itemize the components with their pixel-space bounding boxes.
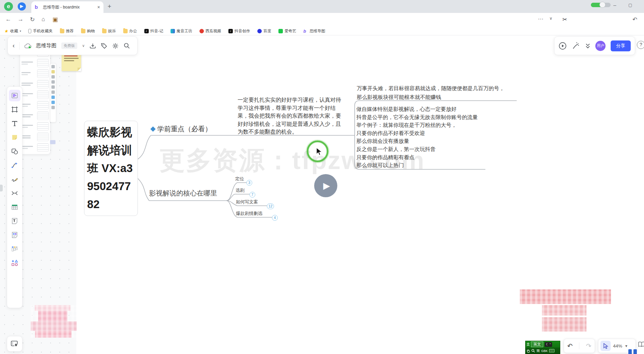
- pages-book-icon[interactable]: [638, 341, 644, 348]
- mindmap-right-top-node[interactable]: 万事开头难，若目标很容易就达成，随随便便都是几百万的号， 那么影视板块很可能根本…: [357, 84, 504, 102]
- tool-table[interactable]: [9, 201, 20, 213]
- tool-card[interactable]: [9, 229, 20, 241]
- share-button[interactable]: 分享: [611, 40, 631, 51]
- mini-tool-icon[interactable]: [51, 70, 55, 73]
- tool-mindmap-template[interactable]: [9, 90, 20, 101]
- tool-document[interactable]: [9, 215, 20, 227]
- bookmark-item[interactable]: 推荐: [60, 29, 74, 34]
- template-list-item[interactable]: [21, 89, 49, 100]
- undo-icon[interactable]: ↶: [567, 342, 573, 350]
- mindmap-root-node[interactable]: 蝶欣影视 解说培训 班 VX:a3 9502477 82: [84, 121, 138, 216]
- bookmark-item[interactable]: 西瓜视频: [199, 29, 221, 34]
- bookmark-item[interactable]: 办公: [123, 29, 137, 34]
- minimize-button[interactable]: –: [613, 2, 616, 8]
- tool-sticky-note[interactable]: [9, 132, 20, 143]
- gear-icon[interactable]: [112, 43, 119, 49]
- ime-keyboard-icon[interactable]: [549, 349, 554, 353]
- template-list-item[interactable]: [21, 58, 49, 68]
- tab-close-icon[interactable]: ×: [97, 4, 100, 10]
- template-list-item[interactable]: [21, 121, 49, 132]
- back-icon[interactable]: ←: [5, 16, 11, 23]
- mindmap-branch2-node[interactable]: 影视解说的核心在哪里: [149, 189, 217, 198]
- present-play-icon[interactable]: [559, 42, 567, 50]
- browser-tab[interactable]: b 思维导图 - boardmix ×: [31, 1, 103, 13]
- refresh-icon[interactable]: ↻: [30, 16, 35, 23]
- tool-kanban[interactable]: [9, 243, 20, 255]
- tool-connector[interactable]: [9, 159, 20, 171]
- collapse-double-chevron-icon[interactable]: [585, 43, 591, 49]
- forward-icon[interactable]: →: [18, 16, 23, 23]
- select-tool-button[interactable]: [600, 341, 611, 351]
- bookmark-item[interactable]: ♪抖音-记: [144, 29, 163, 34]
- bookmark-item[interactable]: 魔音工坊: [171, 29, 192, 34]
- bookmark-item[interactable]: 手机收藏夹: [28, 29, 53, 34]
- slider-knob[interactable]: [599, 2, 606, 8]
- laser-pointer-icon[interactable]: [572, 42, 580, 50]
- new-tab-button[interactable]: +: [108, 3, 111, 10]
- bookmark-item[interactable]: 购物: [81, 29, 95, 34]
- collapsed-count-badge[interactable]: 3: [246, 180, 252, 186]
- browser-boost-slider[interactable]: [591, 3, 611, 7]
- tool-text[interactable]: [9, 118, 20, 129]
- mini-tool-icon[interactable]: [51, 65, 55, 68]
- template-list-item[interactable]: [21, 111, 49, 121]
- chevron-down-icon[interactable]: ∨: [82, 44, 85, 48]
- ime-search-icon[interactable]: [531, 349, 535, 353]
- toolbar-chevron-icon[interactable]: ∨: [549, 16, 552, 21]
- undo-extension-icon[interactable]: ↶: [632, 16, 637, 23]
- mini-tool-icon[interactable]: [50, 140, 55, 144]
- ime-simplified[interactable]: 简: [536, 349, 540, 353]
- mini-tool-icon[interactable]: [51, 75, 55, 79]
- template-list-item[interactable]: [21, 68, 49, 79]
- mini-tool-icon[interactable]: [51, 80, 55, 84]
- ime-language-mode[interactable]: 英文: [531, 341, 543, 347]
- bookmark-item[interactable]: ♪抖音创作: [228, 29, 250, 34]
- avatar[interactable]: 用户: [595, 41, 606, 51]
- more-menu-icon[interactable]: …: [538, 14, 544, 21]
- bookmark-item[interactable]: 娱乐: [102, 29, 116, 34]
- bookmark-item[interactable]: b思维导图: [303, 29, 325, 34]
- ime-night-mode[interactable]: ☾ ’’: [545, 342, 552, 347]
- mini-tool-icon[interactable]: [51, 85, 55, 89]
- chevron-down-icon[interactable]: ▼: [625, 344, 628, 348]
- tool-pen[interactable]: [9, 173, 20, 185]
- hand-tool-icon[interactable]: [527, 349, 530, 353]
- download-icon[interactable]: [90, 43, 96, 49]
- redo-icon[interactable]: ↷: [586, 342, 592, 350]
- tag-icon[interactable]: [101, 43, 107, 49]
- back-icon[interactable]: ‹: [13, 42, 15, 49]
- mini-tool-icon[interactable]: [51, 101, 55, 104]
- collapsed-count-badge[interactable]: 7: [249, 192, 255, 198]
- template-list-item[interactable]: [21, 79, 49, 89]
- mini-tool-icon[interactable]: [51, 96, 55, 99]
- panel-collapse-handle[interactable]: [0, 185, 3, 191]
- collapsed-count-badge[interactable]: 4: [272, 215, 278, 221]
- mindmap-child-node[interactable]: 爆款剧情删选: [236, 210, 262, 217]
- browser-logo-icon[interactable]: e: [4, 2, 13, 11]
- collapsed-count-badge[interactable]: 12: [267, 203, 274, 209]
- bookmark-item[interactable]: 百度: [257, 29, 271, 34]
- tool-frame[interactable]: [9, 104, 20, 115]
- editor-canvas[interactable]: 更多资源：tfpzw.com 蝶欣影视 解说培训 班 VX:a3 9502477…: [0, 35, 644, 354]
- mini-tool-icon[interactable]: [51, 106, 55, 109]
- home-icon[interactable]: ⌂: [42, 16, 45, 23]
- zoom-level[interactable]: 44%: [613, 343, 622, 349]
- tool-more-shapes[interactable]: [9, 257, 20, 269]
- mindmap-child-node[interactable]: 选剧: [236, 187, 244, 193]
- mindmap-child-node[interactable]: 定位: [235, 176, 244, 182]
- video-play-button[interactable]: ▶: [314, 174, 337, 197]
- pinned-app-icon[interactable]: [18, 2, 26, 11]
- mindmap-child-node[interactable]: 如何写文案: [236, 199, 258, 205]
- scissors-extension-icon[interactable]: ✂: [562, 16, 567, 23]
- briefcase-icon[interactable]: ▣: [52, 16, 58, 23]
- template-list-item[interactable]: [21, 100, 49, 111]
- mini-tool-icon[interactable]: [51, 90, 55, 94]
- bookmark-item[interactable]: ★收藏▾: [4, 29, 21, 34]
- tool-section[interactable]: [9, 187, 20, 199]
- mindmap-branch1-node[interactable]: 学前重点（必看）: [157, 124, 212, 134]
- help-button[interactable]: ?: [637, 41, 644, 49]
- bookmark-item[interactable]: 爱奇艺: [278, 29, 296, 34]
- minimap-button[interactable]: [7, 336, 22, 352]
- tool-shapes[interactable]: [9, 146, 20, 157]
- document-title[interactable]: 思维导图: [36, 43, 57, 49]
